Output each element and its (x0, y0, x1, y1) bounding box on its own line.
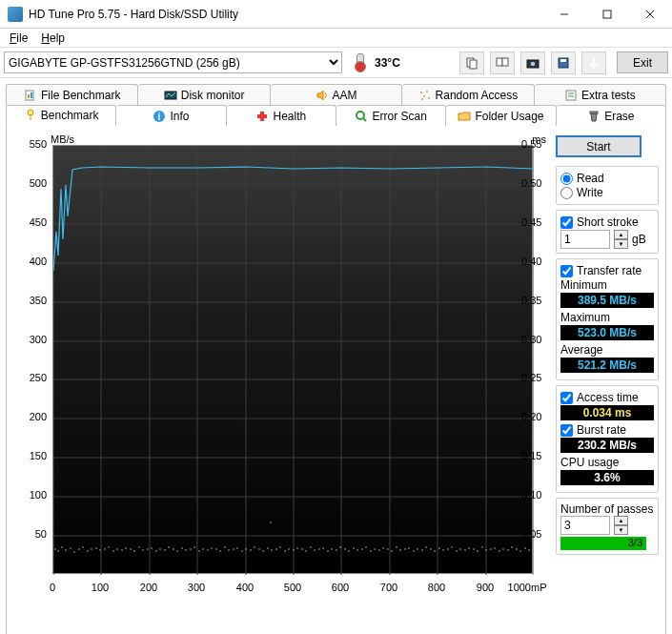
tab-health[interactable]: Health (227, 105, 336, 126)
menu-bar: File Help (0, 29, 672, 48)
svg-point-60 (73, 551, 74, 552)
window-controls (542, 0, 672, 28)
spin-down[interactable]: ▼ (614, 525, 628, 535)
tab-file-benchmark[interactable]: File Benchmark (6, 84, 138, 105)
svg-line-31 (363, 118, 366, 121)
spin-down[interactable]: ▼ (614, 239, 628, 249)
svg-point-99 (241, 550, 242, 551)
radio-read[interactable]: Read (560, 172, 654, 185)
max-value: 523.0 MB/s (560, 325, 654, 340)
tab-error-scan[interactable]: Error Scan (336, 105, 446, 126)
svg-point-140 (413, 550, 414, 551)
menu-help[interactable]: Help (35, 30, 71, 47)
svg-point-128 (361, 548, 362, 549)
svg-point-160 (499, 550, 499, 551)
svg-point-93 (215, 548, 216, 549)
svg-point-126 (353, 547, 354, 548)
svg-point-59 (70, 547, 71, 548)
access-time-scatter (54, 522, 529, 552)
start-button[interactable]: Start (556, 135, 641, 157)
svg-point-62 (82, 546, 83, 547)
svg-point-113 (296, 547, 297, 548)
spin-up[interactable]: ▲ (614, 230, 628, 239)
svg-point-152 (464, 549, 465, 550)
radio-write[interactable]: Write (560, 186, 654, 199)
svg-point-76 (142, 549, 143, 550)
svg-point-163 (511, 546, 512, 547)
copy-icon[interactable] (459, 51, 484, 74)
cpu-value: 3.6% (560, 470, 654, 485)
tab-info[interactable]: iInfo (116, 105, 226, 126)
save-icon[interactable] (551, 51, 576, 74)
tab-benchmark[interactable]: Benchmark (6, 105, 116, 126)
svg-point-132 (378, 549, 379, 550)
svg-point-79 (155, 550, 156, 551)
svg-point-16 (420, 92, 422, 93)
drive-select[interactable]: GIGABYTE GP-GSTFS31256GTND (256 gB) (4, 51, 342, 73)
access-time-value: 0.034 ms (560, 405, 654, 420)
svg-rect-13 (28, 94, 30, 98)
svg-point-161 (502, 548, 503, 549)
svg-point-137 (399, 549, 400, 550)
avg-value: 521.2 MB/s (560, 358, 654, 373)
maximize-button[interactable] (585, 0, 628, 28)
exit-button[interactable]: Exit (617, 51, 668, 73)
svg-point-153 (468, 547, 469, 548)
short-stroke-input[interactable] (560, 230, 610, 249)
svg-point-110 (284, 550, 285, 551)
svg-point-90 (202, 548, 203, 549)
svg-point-154 (473, 548, 474, 549)
menu-file[interactable]: File (4, 30, 33, 47)
svg-point-77 (147, 548, 148, 549)
svg-point-111 (288, 548, 289, 549)
check-burst-rate[interactable]: Burst rate (560, 423, 654, 437)
minimize-button[interactable] (542, 0, 585, 28)
svg-point-118 (318, 548, 319, 549)
svg-point-119 (322, 547, 323, 548)
svg-point-134 (387, 548, 388, 549)
svg-point-24 (28, 110, 33, 115)
side-panel: Start Read Write Short stroke ▲▼ gB Tran… (556, 135, 659, 634)
svg-rect-5 (470, 60, 477, 69)
check-transfer-rate[interactable]: Transfer rate (560, 264, 654, 277)
svg-point-84 (176, 550, 177, 551)
svg-point-91 (207, 549, 208, 550)
svg-point-17 (426, 91, 428, 92)
svg-point-112 (293, 549, 294, 550)
tab-random-access[interactable]: Random Access (402, 84, 534, 105)
svg-point-96 (228, 549, 229, 550)
close-button[interactable] (628, 0, 672, 28)
tab-erase[interactable]: Erase (557, 105, 666, 126)
svg-point-106 (271, 549, 272, 550)
passes-input[interactable] (560, 516, 610, 535)
svg-point-158 (490, 548, 491, 549)
svg-point-86 (185, 549, 186, 550)
y-left-unit: MB/s (51, 133, 74, 145)
svg-rect-29 (257, 114, 267, 118)
tab-extra-tests[interactable]: Extra tests (535, 84, 666, 105)
svg-point-120 (327, 550, 328, 551)
svg-rect-21 (566, 91, 576, 100)
options-icon[interactable] (581, 51, 606, 74)
svg-point-83 (173, 548, 173, 549)
check-access-time[interactable]: Access time (560, 391, 654, 404)
svg-point-145 (434, 550, 435, 551)
tab-folder-usage[interactable]: Folder Usage (446, 105, 556, 126)
svg-point-136 (396, 546, 397, 547)
spin-up[interactable]: ▲ (614, 516, 628, 525)
svg-point-157 (485, 549, 486, 550)
svg-rect-14 (31, 92, 32, 98)
svg-point-75 (138, 546, 139, 547)
svg-point-164 (516, 548, 517, 549)
svg-point-105 (267, 547, 268, 548)
check-short-stroke[interactable]: Short stroke (560, 215, 654, 229)
svg-point-143 (425, 546, 426, 547)
tab-aam[interactable]: AAM (271, 84, 402, 105)
svg-point-19 (428, 97, 430, 99)
svg-point-81 (164, 549, 165, 550)
tab-disk-monitor[interactable]: Disk monitor (138, 84, 270, 105)
screenshot-icon[interactable] (520, 51, 545, 74)
window-title: HD Tune Pro 5.75 - Hard Disk/SSD Utility (29, 8, 542, 21)
copy-all-icon[interactable] (490, 51, 515, 74)
svg-point-155 (477, 550, 478, 551)
